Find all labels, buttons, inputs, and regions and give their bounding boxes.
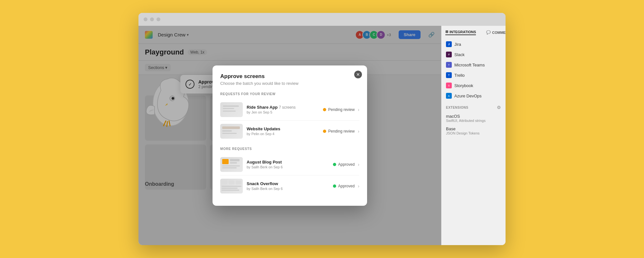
comments-tab-label: COMMENTS — [492, 31, 506, 35]
snack-overflow-thumbnail — [220, 179, 243, 194]
azure-name: Azure DevOps — [454, 94, 482, 98]
review-item-website-updates[interactable]: Website Updates by Pelin on Sep 4 Pendin… — [220, 121, 359, 142]
modal-overlay: Approve screens Choose the batch you wou… — [138, 26, 441, 245]
requests-for-review-section: REQUESTS FOR YOUR REVIEW — [220, 92, 359, 142]
macos-extension-sub: SwiftUI, Attributed strings — [446, 119, 501, 123]
august-blog-status: Approved › — [333, 162, 359, 167]
august-blog-title: August Blog Post — [247, 160, 329, 164]
ride-share-meta: by Jen on Sep 5 — [247, 110, 319, 114]
extension-item-macos[interactable]: macOS SwiftUI, Attributed strings — [441, 112, 506, 124]
integrations-icon: ⊞ — [445, 30, 448, 34]
ride-share-thumb-img — [220, 102, 243, 117]
integration-item-trello[interactable]: T Trello — [441, 70, 506, 80]
integration-item-slack[interactable]: # Slack — [441, 49, 506, 60]
window-dot-green — [156, 17, 160, 21]
snack-overflow-chevron-icon: › — [358, 184, 359, 189]
base-extension-sub: JSON Design Tokens — [446, 131, 501, 135]
website-updates-status-text: Pending review — [328, 129, 355, 134]
website-updates-info: Website Updates by Pelin on Sep 4 — [247, 126, 319, 136]
ride-share-status-text: Pending review — [328, 107, 355, 112]
modal-close-button[interactable]: ✕ — [354, 71, 362, 78]
outer-background: Design Crew ▾ A B C D +3 Share 🔗 — [0, 0, 644, 258]
website-updates-meta: by Pelin on Sep 4 — [247, 132, 319, 136]
slack-icon: # — [446, 52, 452, 57]
august-blog-info: August Blog Post by Salih Berk on Sep 6 — [247, 160, 329, 169]
august-blog-chevron-icon: › — [358, 162, 359, 167]
website-updates-title: Website Updates — [247, 126, 319, 131]
ride-share-chevron-icon: › — [358, 107, 359, 112]
jira-icon: J — [446, 41, 452, 47]
main-area: Design Crew ▾ A B C D +3 Share 🔗 — [138, 26, 441, 245]
snack-overflow-info: Snack Overflow by Salih Berk on Sep 6 — [247, 181, 329, 191]
website-updates-thumbnail — [220, 124, 243, 139]
integration-item-storybook[interactable]: S Storybook — [441, 80, 506, 91]
more-requests-section: MORE REQUESTS — [220, 147, 359, 197]
jira-name: Jira — [454, 42, 461, 47]
storybook-icon: S — [446, 83, 452, 88]
modal-subtitle: Choose the batch you would like to revie… — [220, 81, 359, 86]
ride-share-status-dot — [323, 108, 326, 111]
ride-share-status: Pending review › — [323, 107, 359, 112]
extension-item-base[interactable]: Base JSON Design Tokens — [441, 124, 506, 137]
approve-screens-modal: Approve screens Choose the batch you wou… — [213, 65, 367, 206]
ride-share-count: 7 screens — [279, 105, 296, 110]
website-updates-thumb-img — [220, 124, 243, 139]
website-updates-status: Pending review › — [323, 129, 359, 134]
modal-title: Approve screens — [220, 73, 359, 80]
extensions-title: EXTENSIONS — [446, 106, 468, 109]
snack-overflow-status-text: Approved — [338, 184, 355, 188]
more-requests-header: MORE REQUESTS — [220, 147, 359, 151]
comments-icon: 💬 — [486, 30, 491, 35]
review-item-snack-overflow[interactable]: Snack Overflow by Salih Berk on Sep 6 Ap… — [220, 175, 359, 197]
sidebar-tabs: ⊞ INTEGRATIONS 💬 COMMENTS — [441, 30, 506, 35]
snack-overflow-status-dot — [333, 184, 336, 188]
teams-name: Microsoft Teams — [454, 63, 485, 67]
integrations-tab-label: INTEGRATIONS — [450, 30, 476, 34]
website-updates-chevron-icon: › — [358, 129, 359, 134]
august-blog-status-text: Approved — [338, 162, 355, 167]
snack-overflow-thumb-img — [220, 179, 243, 194]
right-sidebar: ⊞ INTEGRATIONS 💬 COMMENTS J Jira # — [441, 26, 506, 245]
storybook-name: Storybook — [454, 83, 473, 88]
app-window: Design Crew ▾ A B C D +3 Share 🔗 — [138, 13, 506, 245]
tab-comments[interactable]: 💬 COMMENTS — [486, 30, 506, 35]
website-updates-status-dot — [323, 130, 326, 133]
integration-item-teams[interactable]: T Microsoft Teams — [441, 60, 506, 70]
teams-icon: T — [446, 62, 452, 68]
snack-overflow-meta: by Salih Berk on Sep 6 — [247, 187, 329, 191]
ride-share-info: Ride Share App 7 screens by Jen on Sep 5 — [247, 105, 319, 114]
ride-share-title: Ride Share App 7 screens — [247, 105, 319, 110]
base-extension-name: Base — [446, 126, 501, 131]
window-dot-yellow — [150, 17, 154, 21]
window-dot-red — [144, 17, 147, 21]
integration-item-jira[interactable]: J Jira — [441, 39, 506, 49]
trello-name: Trello — [454, 73, 465, 78]
ride-share-thumbnail — [220, 102, 243, 117]
macos-extension-name: macOS — [446, 114, 501, 119]
august-blog-meta: by Salih Berk on Sep 6 — [247, 165, 329, 169]
trello-icon: T — [446, 72, 452, 78]
slack-name: Slack — [454, 52, 465, 57]
august-blog-thumb-img — [220, 157, 243, 172]
snack-overflow-status: Approved › — [333, 184, 359, 189]
review-item-august-blog[interactable]: August Blog Post by Salih Berk on Sep 6 … — [220, 154, 359, 175]
extensions-filter-icon[interactable]: ⚙ — [497, 105, 501, 110]
snack-overflow-title: Snack Overflow — [247, 181, 329, 186]
requests-header: REQUESTS FOR YOUR REVIEW — [220, 92, 359, 96]
tab-integrations[interactable]: ⊞ INTEGRATIONS — [445, 30, 476, 35]
august-blog-status-dot — [333, 163, 336, 166]
title-bar — [138, 13, 506, 26]
azure-icon: A — [446, 93, 452, 99]
extensions-header: EXTENSIONS ⚙ — [441, 101, 506, 112]
review-item-ride-share[interactable]: Ride Share App 7 screens by Jen on Sep 5… — [220, 99, 359, 121]
integration-item-azure[interactable]: A Azure DevOps — [441, 91, 506, 101]
august-blog-thumbnail — [220, 157, 243, 172]
app-body: Design Crew ▾ A B C D +3 Share 🔗 — [138, 26, 506, 245]
